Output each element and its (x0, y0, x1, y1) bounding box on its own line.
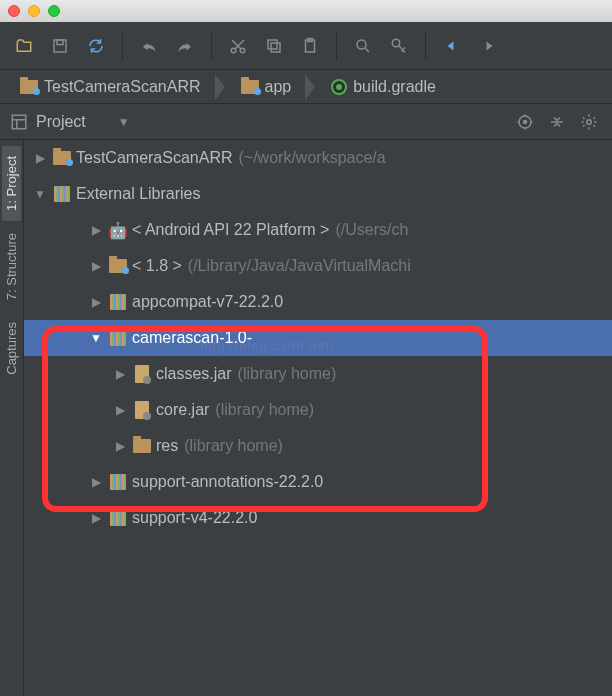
folder-icon (241, 80, 259, 94)
breadcrumb-label: TestCameraScanARR (44, 78, 201, 96)
library-icon (110, 510, 126, 526)
sync-button[interactable] (82, 32, 110, 60)
sidebar-tab-captures[interactable]: Captures (2, 312, 21, 385)
tree-note: (library home) (184, 437, 283, 455)
tree-label: support-v4-22.2.0 (132, 509, 257, 527)
tree-label: < 1.8 > (132, 257, 182, 275)
tree-note: (~/work/workspace/a (239, 149, 386, 167)
project-folder-icon (53, 151, 71, 165)
jar-icon (135, 401, 149, 419)
svg-rect-1 (57, 40, 63, 45)
project-view-icon (10, 113, 28, 131)
tree-row-core-jar[interactable]: ▶ core.jar (library home) (24, 392, 612, 428)
breadcrumb-label: build.gradle (353, 78, 436, 96)
find-button[interactable] (349, 32, 377, 60)
chevron-down-icon: ▼ (118, 115, 130, 129)
svg-point-12 (524, 120, 527, 123)
expand-arrow-icon[interactable]: ▶ (32, 151, 48, 165)
tree-row-external-libraries[interactable]: ▼ External Libraries (24, 176, 612, 212)
collapse-arrow-icon[interactable]: ▼ (88, 331, 104, 345)
paste-button[interactable] (296, 32, 324, 60)
expand-arrow-icon[interactable]: ▶ (112, 367, 128, 381)
folder-icon (109, 259, 127, 273)
collapse-button[interactable] (544, 109, 570, 135)
expand-arrow-icon[interactable]: ▶ (88, 259, 104, 273)
close-window-button[interactable] (8, 5, 20, 17)
tree-row-camerascan[interactable]: ▼ camerascan-1.0- (24, 320, 612, 356)
android-icon: 🤖 (108, 221, 128, 240)
main-toolbar (0, 22, 612, 70)
library-icon (110, 294, 126, 310)
gradle-icon (331, 79, 347, 95)
replace-button[interactable] (385, 32, 413, 60)
expand-arrow-icon[interactable]: ▶ (88, 295, 104, 309)
project-tree: ▶ TestCameraScanARR (~/work/workspace/a … (24, 140, 612, 696)
cut-button[interactable] (224, 32, 252, 60)
svg-rect-5 (268, 40, 277, 49)
tree-row-classes-jar[interactable]: ▶ classes.jar (library home) (24, 356, 612, 392)
locate-button[interactable] (512, 109, 538, 135)
breadcrumb: TestCameraScanARR app build.gradle (0, 70, 612, 104)
svg-rect-4 (271, 43, 280, 52)
expand-arrow-icon[interactable]: ▶ (112, 439, 128, 453)
undo-button[interactable] (135, 32, 163, 60)
breadcrumb-file[interactable]: build.gradle (321, 70, 446, 104)
expand-arrow-icon[interactable]: ▶ (112, 403, 128, 417)
tree-label: core.jar (156, 401, 209, 419)
open-button[interactable] (10, 32, 38, 60)
tree-note: (/Library/Java/JavaVirtualMachi (188, 257, 411, 275)
tree-row-support-v4[interactable]: ▶ support-v4-22.2.0 (24, 500, 612, 536)
sidebar-tab-project[interactable]: 1: Project (2, 146, 21, 221)
tree-row-jdk[interactable]: ▶ < 1.8 > (/Library/Java/JavaVirtualMach… (24, 248, 612, 284)
project-panel-header: Project ▼ (0, 104, 612, 140)
tree-label: TestCameraScanARR (76, 149, 233, 167)
jar-icon (135, 365, 149, 383)
copy-button[interactable] (260, 32, 288, 60)
tree-label: res (156, 437, 178, 455)
expand-arrow-icon[interactable]: ▶ (88, 475, 104, 489)
tool-window-bar: 1: Project 7: Structure Captures (0, 140, 24, 696)
collapse-arrow-icon[interactable]: ▼ (32, 187, 48, 201)
tree-row-res[interactable]: ▶ res (library home) (24, 428, 612, 464)
redo-button[interactable] (171, 32, 199, 60)
breadcrumb-label: app (265, 78, 292, 96)
tree-label: appcompat-v7-22.2.0 (132, 293, 283, 311)
svg-point-8 (357, 40, 366, 49)
toolbar-separator (211, 32, 212, 60)
folder-icon (133, 439, 151, 453)
svg-point-9 (392, 39, 400, 47)
expand-arrow-icon[interactable]: ▶ (88, 511, 104, 525)
library-icon (110, 330, 126, 346)
tree-label: support-annotations-22.2.0 (132, 473, 323, 491)
svg-rect-0 (54, 40, 66, 52)
library-icon (110, 474, 126, 490)
tree-row-support-annotations[interactable]: ▶ support-annotations-22.2.0 (24, 464, 612, 500)
breadcrumb-root[interactable]: TestCameraScanARR (10, 70, 217, 104)
breadcrumb-app[interactable]: app (231, 70, 308, 104)
tree-row-project-root[interactable]: ▶ TestCameraScanARR (~/work/workspace/a (24, 140, 612, 176)
tree-row-android-sdk[interactable]: ▶ 🤖 < Android API 22 Platform > (/Users/… (24, 212, 612, 248)
tree-note: (/Users/ch (335, 221, 408, 239)
tree-label: classes.jar (156, 365, 232, 383)
tree-row-appcompat[interactable]: ▶ appcompat-v7-22.2.0 (24, 284, 612, 320)
sidebar-tab-structure[interactable]: 7: Structure (2, 223, 21, 310)
minimize-window-button[interactable] (28, 5, 40, 17)
toolbar-separator (122, 32, 123, 60)
tree-label: External Libraries (76, 185, 201, 203)
view-selector[interactable]: Project ▼ (10, 113, 130, 131)
expand-arrow-icon[interactable]: ▶ (88, 223, 104, 237)
toolbar-separator (425, 32, 426, 60)
save-button[interactable] (46, 32, 74, 60)
tree-note: (library home) (215, 401, 314, 419)
toolbar-separator (336, 32, 337, 60)
settings-button[interactable] (576, 109, 602, 135)
panel-title: Project (36, 113, 86, 131)
tree-note: (library home) (238, 365, 337, 383)
back-button[interactable] (438, 32, 466, 60)
library-group-icon (54, 186, 70, 202)
zoom-window-button[interactable] (48, 5, 60, 17)
svg-rect-10 (12, 115, 26, 129)
window-titlebar (0, 0, 612, 22)
forward-button[interactable] (474, 32, 502, 60)
tree-label: < Android API 22 Platform > (132, 221, 329, 239)
